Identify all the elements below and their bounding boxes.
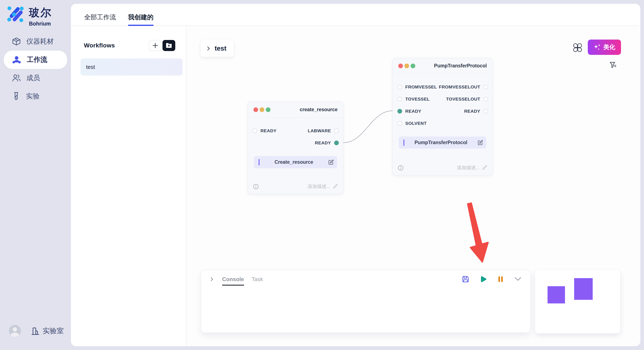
- port-label: TOVESSEL: [405, 97, 430, 102]
- sidebar-footer: 实验室: [9, 325, 64, 337]
- description-placeholder: 添加描述...: [457, 165, 480, 171]
- dot-red-icon: [398, 64, 403, 68]
- edit-icon[interactable]: [328, 160, 334, 165]
- node-description[interactable]: 添加描述...: [457, 165, 487, 171]
- node-description[interactable]: 添加描述...: [308, 183, 338, 190]
- workflow-list-item-test[interactable]: test: [80, 58, 182, 75]
- beautify-label: 美化: [603, 43, 615, 51]
- collapse-chevron-icon[interactable]: [514, 276, 522, 282]
- port-label: SOLVENT: [405, 121, 426, 126]
- minimap-node: [574, 278, 593, 300]
- info-icon[interactable]: [398, 165, 404, 171]
- run-icon[interactable]: [479, 275, 487, 283]
- port-out-labware[interactable]: [334, 128, 339, 133]
- edit-icon[interactable]: [478, 140, 483, 146]
- console-tab-task[interactable]: Task: [252, 276, 263, 283]
- port-in-ready[interactable]: [252, 128, 257, 133]
- sidebar-item-instruments[interactable]: 仪器耗材: [0, 32, 71, 51]
- node-header: PumpTransferProtocol: [393, 58, 492, 74]
- user-avatar[interactable]: [9, 325, 21, 337]
- canvas-breadcrumb[interactable]: test: [200, 40, 234, 57]
- tab-label: 我创建的: [128, 13, 154, 22]
- port-out-ready[interactable]: [334, 141, 339, 145]
- sidebar-item-members[interactable]: 成员: [0, 69, 71, 87]
- port-out-tovesselout[interactable]: [484, 97, 488, 101]
- chevron-right-icon: [206, 46, 211, 51]
- node-action-button[interactable]: PumpTransferProtocol: [399, 137, 486, 149]
- dot-yellow-icon: [260, 107, 264, 112]
- port-label: READY: [405, 109, 422, 114]
- brand-logo: 玻尔 Bohrium: [7, 5, 52, 27]
- folder-import-icon: [166, 43, 172, 48]
- minimap[interactable]: [535, 270, 620, 334]
- workspace-label: 实验室: [42, 326, 64, 336]
- console-tab-label: Console: [222, 276, 244, 282]
- port-label: FROMVESSELOUT: [439, 84, 480, 90]
- port-out-fromvesselout[interactable]: [484, 85, 488, 89]
- sidebar-nav: 仪器耗材 工作流 成员 实验: [0, 32, 71, 105]
- traffic-dots: [398, 64, 415, 68]
- port-out-ready[interactable]: [484, 109, 488, 114]
- sidebar-item-label: 实验: [26, 92, 40, 101]
- dot-red-icon: [254, 107, 258, 112]
- filter-icon[interactable]: [609, 61, 617, 69]
- plus-icon: [152, 42, 158, 49]
- components-icon[interactable]: [573, 43, 582, 52]
- sidebar-item-label: 工作流: [27, 55, 47, 64]
- expand-chevron-icon[interactable]: [209, 277, 214, 282]
- port-in-fromvessel[interactable]: [398, 85, 402, 89]
- port-label: READY: [464, 109, 480, 114]
- sidebar-item-experiments[interactable]: 实验: [0, 87, 71, 105]
- info-icon[interactable]: [253, 184, 259, 189]
- port-label: FROMVESSEL: [405, 84, 437, 90]
- sidebar-item-label: 成员: [26, 73, 40, 83]
- action-label: Create_resource: [260, 159, 328, 165]
- package-icon: [12, 37, 21, 46]
- port-in-solvent[interactable]: [398, 121, 402, 126]
- brand-name-en: Bohrium: [29, 21, 52, 27]
- building-icon: [31, 326, 40, 335]
- beautify-button[interactable]: 美化: [588, 39, 621, 55]
- action-label: PumpTransferProtocol: [404, 140, 478, 146]
- brand-name-cn: 玻尔: [29, 5, 52, 20]
- node-title: PumpTransferProtocol: [434, 63, 487, 69]
- description-placeholder: 添加描述...: [308, 183, 330, 190]
- port-label: READY: [315, 140, 331, 146]
- dot-green-icon: [266, 107, 270, 112]
- bohrium-logo-icon: [7, 5, 24, 23]
- import-workflow-button[interactable]: [162, 40, 175, 51]
- node-header: create_resource: [248, 102, 343, 118]
- minimap-node: [548, 286, 565, 303]
- save-icon[interactable]: [462, 275, 470, 283]
- pause-icon[interactable]: [496, 275, 504, 283]
- dot-green-icon: [410, 64, 415, 68]
- node-action-button[interactable]: Create_resource: [254, 156, 337, 168]
- console-panel: Console Task: [201, 270, 530, 333]
- experiment-icon: [12, 92, 20, 101]
- port-in-tovessel[interactable]: [398, 97, 402, 101]
- node-pump-transfer-protocol[interactable]: PumpTransferProtocol FROMVESSEL FROMVESS…: [392, 58, 492, 175]
- pencil-icon: [333, 184, 338, 189]
- tab-label: 全部工作流: [84, 13, 116, 22]
- sidebar: 玻尔 Bohrium 仪器耗材 工作流 成员: [0, 0, 71, 350]
- port-label: TOVESSELOUT: [446, 97, 480, 102]
- tab-all-workflows[interactable]: 全部工作流: [84, 4, 116, 25]
- workspace-switcher[interactable]: 实验室: [31, 326, 64, 336]
- sidebar-item-workflow[interactable]: 工作流: [4, 51, 67, 69]
- workflows-panel-title: Workflows: [84, 42, 115, 49]
- add-workflow-button[interactable]: [149, 40, 162, 51]
- port-in-ready[interactable]: [398, 109, 402, 114]
- dot-yellow-icon: [404, 64, 409, 68]
- pencil-icon: [482, 165, 487, 170]
- workflow-icon: [12, 55, 21, 64]
- workflow-name: test: [86, 64, 95, 70]
- tab-created-by-me[interactable]: 我创建的: [128, 4, 154, 25]
- console-tab-console[interactable]: Console: [222, 276, 244, 286]
- members-icon: [12, 74, 21, 82]
- node-create-resource[interactable]: create_resource READY LABWARE READY: [248, 102, 343, 194]
- node-title: create_resource: [300, 107, 338, 113]
- port-label: LABWARE: [308, 128, 331, 133]
- traffic-dots: [254, 107, 270, 112]
- sidebar-item-label: 仪器耗材: [26, 37, 54, 46]
- workflow-canvas[interactable]: test 美化: [186, 26, 640, 346]
